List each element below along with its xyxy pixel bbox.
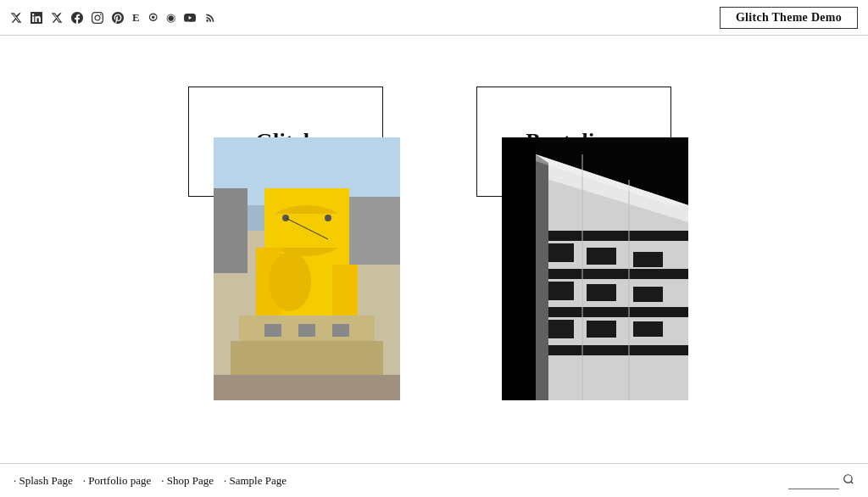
top-navigation: E ⦿ ◉ Glitch Theme Demo (0, 0, 868, 36)
svg-rect-23 (536, 269, 688, 279)
footer-search-input[interactable] (788, 472, 839, 489)
facebook-icon[interactable] (71, 12, 83, 24)
svg-marker-38 (536, 154, 548, 400)
svg-rect-32 (587, 284, 616, 301)
etsy-icon[interactable]: E (132, 11, 140, 25)
linkedin-icon[interactable] (31, 12, 42, 24)
svg-rect-29 (587, 248, 616, 265)
footer-search-button[interactable] (843, 473, 854, 488)
svg-rect-28 (544, 243, 574, 262)
rss-icon[interactable] (204, 12, 216, 24)
flickr-icon[interactable]: ◉ (166, 11, 175, 25)
500px-icon[interactable]: ⦿ (148, 13, 158, 23)
footer-link-sample[interactable]: · Sample Page (224, 474, 287, 488)
brutalism-card[interactable]: Brutalism (476, 87, 680, 409)
site-title: Glitch Theme Demo (720, 7, 858, 29)
svg-rect-6 (264, 214, 349, 248)
svg-rect-33 (633, 287, 663, 302)
svg-rect-35 (587, 321, 616, 338)
svg-rect-34 (544, 320, 574, 338)
svg-rect-22 (536, 231, 688, 241)
svg-rect-17 (332, 324, 349, 337)
svg-point-10 (325, 215, 331, 221)
svg-rect-3 (341, 197, 400, 265)
svg-rect-2 (214, 188, 248, 273)
glitch-card[interactable]: Glitch (188, 87, 392, 409)
svg-rect-8 (332, 265, 358, 316)
footer: · Splash Page · Portfolio page · Shop Pa… (0, 463, 868, 497)
svg-point-12 (269, 252, 311, 311)
svg-rect-24 (536, 307, 688, 317)
youtube-icon[interactable] (184, 12, 196, 24)
footer-link-portfolio[interactable]: · Portfolio page (83, 474, 152, 488)
svg-marker-37 (502, 137, 536, 400)
svg-rect-30 (633, 252, 663, 267)
twitter-icon[interactable] (10, 12, 22, 24)
footer-links: · Splash Page · Portfolio page · Shop Pa… (14, 474, 287, 488)
x-brand-icon[interactable] (51, 12, 63, 24)
instagram-icon[interactable] (92, 12, 103, 24)
svg-rect-25 (536, 345, 688, 355)
svg-rect-31 (544, 282, 574, 300)
svg-rect-36 (633, 321, 663, 337)
svg-rect-15 (264, 324, 281, 337)
brutalism-card-image[interactable] (502, 137, 688, 400)
footer-link-splash[interactable]: · Splash Page (14, 474, 73, 488)
svg-point-40 (844, 475, 852, 483)
svg-rect-16 (298, 324, 315, 337)
footer-search (788, 472, 854, 489)
main-content: Glitch (0, 36, 868, 463)
footer-link-shop[interactable]: · Shop Page (161, 474, 214, 488)
social-icons-group: E ⦿ ◉ (10, 11, 216, 25)
glitch-card-image[interactable] (214, 137, 400, 400)
svg-rect-18 (214, 375, 400, 400)
pinterest-icon[interactable] (112, 12, 124, 24)
